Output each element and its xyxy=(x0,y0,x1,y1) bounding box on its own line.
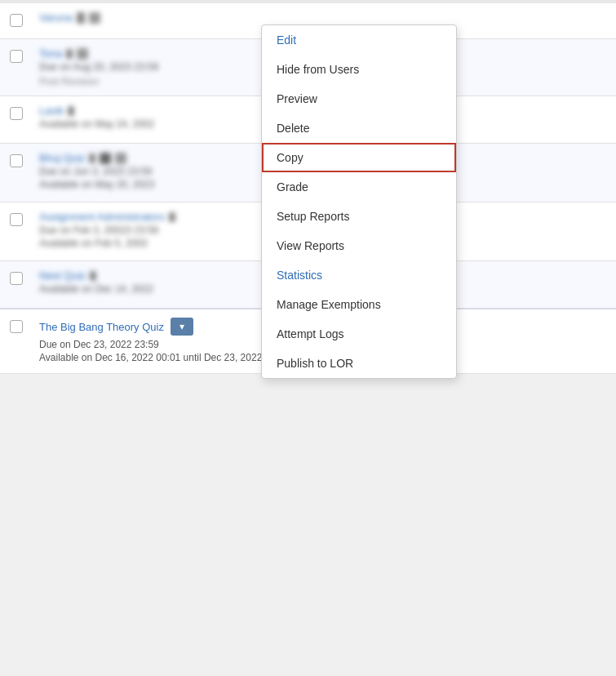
icon-square xyxy=(77,48,88,60)
row-checkbox[interactable] xyxy=(10,320,23,333)
row-checkbox[interactable] xyxy=(10,272,23,285)
checkbox-cell[interactable] xyxy=(10,47,39,65)
menu-item-attempt-logs[interactable]: Attempt Logs xyxy=(262,319,456,349)
row-title: Varuna xyxy=(39,11,606,24)
row-checkbox[interactable] xyxy=(10,14,23,27)
menu-item-delete[interactable]: Delete xyxy=(262,113,456,143)
icon-indicator xyxy=(89,153,95,163)
menu-item-view-reports[interactable]: View Reports xyxy=(262,231,456,260)
icon-pencil xyxy=(100,153,111,164)
checkbox-cell[interactable] xyxy=(10,152,39,170)
menu-item-preview[interactable]: Preview xyxy=(262,84,456,113)
checkbox-cell[interactable] xyxy=(10,211,39,229)
menu-item-publish-lor[interactable]: Publish to LOR xyxy=(262,349,456,378)
menu-item-edit[interactable]: Edit xyxy=(262,25,456,55)
menu-item-manage-exemptions[interactable]: Manage Exemptions xyxy=(262,290,456,319)
icon-indicator xyxy=(68,106,74,116)
checkbox-cell[interactable] xyxy=(10,318,39,336)
row-checkbox[interactable] xyxy=(10,154,23,167)
icon-indicator xyxy=(77,12,85,24)
menu-item-setup-reports[interactable]: Setup Reports xyxy=(262,202,456,231)
icon-indicator xyxy=(90,271,96,281)
menu-item-copy[interactable]: Copy xyxy=(262,143,456,172)
checkbox-cell[interactable] xyxy=(10,11,39,29)
menu-item-statistics[interactable]: Statistics xyxy=(262,260,456,290)
icon-indicator xyxy=(169,212,175,222)
row-title-text[interactable]: The Big Bang Theory Quiz xyxy=(39,321,164,333)
checkbox-cell[interactable] xyxy=(10,269,39,287)
menu-item-hide[interactable]: Hide from Users xyxy=(262,55,456,84)
row-dropdown-button[interactable]: ▾ xyxy=(171,318,193,336)
icon-square xyxy=(89,12,100,24)
icon-square xyxy=(115,153,126,164)
context-menu: Edit Hide from Users Preview Delete Copy… xyxy=(261,24,457,379)
row-checkbox[interactable] xyxy=(10,107,23,120)
menu-item-grade[interactable]: Grade xyxy=(262,172,456,202)
row-checkbox[interactable] xyxy=(10,213,23,226)
icon-indicator xyxy=(66,49,73,59)
checkbox-cell[interactable] xyxy=(10,105,39,122)
row-checkbox[interactable] xyxy=(10,50,23,63)
row-content: Varuna xyxy=(39,11,606,24)
